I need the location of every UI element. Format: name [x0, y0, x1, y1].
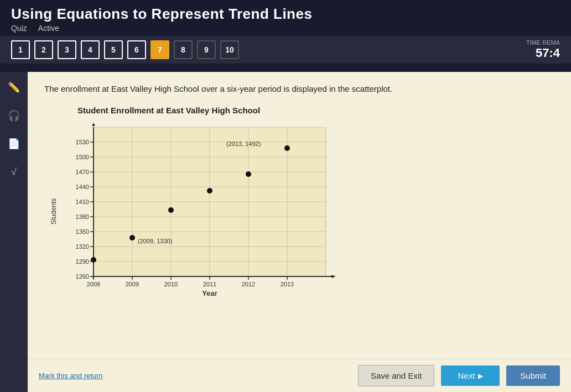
svg-text:2010: 2010	[164, 281, 178, 288]
time-label: TIME REMA	[526, 39, 560, 46]
data-point-2012	[246, 171, 251, 177]
question-btn-6[interactable]: 6	[127, 40, 146, 59]
svg-marker-19	[331, 275, 336, 278]
svg-text:1470: 1470	[76, 169, 89, 175]
time-value: 57:4	[526, 46, 560, 60]
page-title: Using Equations to Represent Trend Lines	[11, 6, 560, 23]
question-btn-9[interactable]: 9	[197, 40, 216, 59]
data-point-2009	[129, 235, 135, 241]
svg-marker-20	[92, 123, 95, 126]
document-icon[interactable]: 📄	[4, 134, 24, 154]
next-button[interactable]: Next	[441, 365, 500, 386]
quiz-label: Quiz	[11, 24, 27, 33]
question-text: The enrollment at East Valley High Schoo…	[44, 83, 554, 95]
svg-text:2009: 2009	[126, 281, 139, 288]
calculator-icon[interactable]: √	[4, 162, 24, 182]
svg-text:Year: Year	[202, 289, 217, 297]
svg-text:1500: 1500	[76, 154, 89, 160]
time-remaining: TIME REMA 57:4	[526, 39, 560, 60]
svg-text:(2009, 1330): (2009, 1330)	[138, 238, 172, 244]
main-content: The enrollment at East Valley High Schoo…	[28, 72, 571, 392]
submit-button[interactable]: Submit	[506, 365, 560, 386]
svg-text:1350: 1350	[76, 228, 89, 235]
data-point-2013	[284, 145, 290, 151]
data-point-2010	[168, 207, 174, 213]
chart-inner: 1260 1290 1320 1350 1380 1410 1440 1470 …	[60, 122, 554, 301]
status-badge: Active	[38, 24, 59, 33]
save-exit-button[interactable]: Save and Exit	[358, 365, 435, 386]
svg-text:1410: 1410	[76, 198, 89, 205]
chart-container: Students	[50, 122, 554, 301]
svg-text:1530: 1530	[76, 139, 89, 145]
svg-text:(2013, 1492): (2013, 1492)	[226, 140, 261, 147]
question-nav-bar: 1 2 3 4 5 6 7 8 9 10 TIME REMA 57:4	[0, 36, 571, 64]
question-btn-1[interactable]: 1	[11, 40, 30, 59]
svg-text:1440: 1440	[76, 184, 89, 190]
svg-text:2011: 2011	[203, 281, 216, 288]
question-btn-8[interactable]: 8	[174, 40, 193, 59]
svg-text:2012: 2012	[242, 281, 255, 288]
chart-title: Student Enrollment at East Valley High S…	[77, 106, 554, 115]
question-btn-10[interactable]: 10	[220, 40, 239, 59]
header-subtitle: Quiz Active	[11, 24, 560, 33]
svg-text:1260: 1260	[76, 273, 89, 280]
chart-svg: 1260 1290 1320 1350 1380 1410 1440 1470 …	[60, 122, 337, 299]
question-btn-2[interactable]: 2	[34, 40, 53, 59]
bottom-bar: Mark this and return Save and Exit Next …	[28, 359, 571, 392]
headphone-icon[interactable]: 🎧	[4, 106, 24, 126]
header: Using Equations to Represent Trend Lines…	[0, 0, 571, 36]
pencil-icon[interactable]: ✏️	[4, 77, 24, 97]
mark-return-link[interactable]: Mark this and return	[39, 372, 103, 380]
bottom-buttons: Save and Exit Next Submit	[358, 365, 560, 386]
question-btn-4[interactable]: 4	[81, 40, 100, 59]
sidebar: ✏️ 🎧 📄 √	[0, 72, 28, 392]
svg-text:2013: 2013	[281, 281, 294, 288]
svg-text:1380: 1380	[76, 213, 89, 220]
question-btn-3[interactable]: 3	[58, 40, 76, 59]
svg-text:1320: 1320	[76, 243, 89, 250]
svg-text:1290: 1290	[76, 258, 89, 265]
question-btn-7[interactable]: 7	[150, 40, 169, 59]
data-point-2011	[207, 188, 212, 194]
question-btn-5[interactable]: 5	[104, 40, 123, 59]
y-axis-label: Students	[50, 122, 58, 301]
svg-text:2008: 2008	[87, 281, 100, 288]
